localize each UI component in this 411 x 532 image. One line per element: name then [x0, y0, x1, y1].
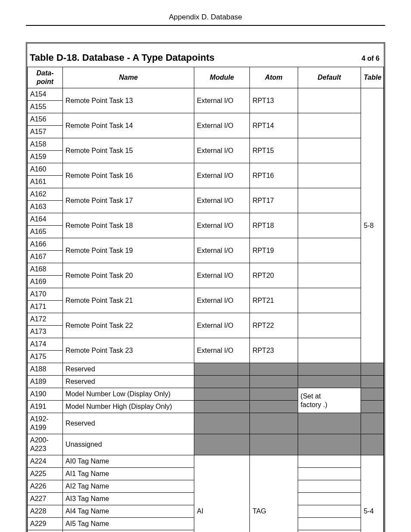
cell-default: [298, 363, 361, 376]
cell-datapoint: A226: [28, 480, 63, 493]
cell-name: AI2 Tag Name: [63, 480, 194, 493]
cell-name: Remote Point Task 17: [63, 188, 194, 213]
table-row: A188Reserved: [28, 363, 384, 376]
cell-table: [361, 388, 384, 401]
cell-name: Remote Point Task 18: [63, 213, 194, 238]
cell-atom: [250, 363, 298, 376]
cell-module: External I/O: [194, 188, 250, 213]
cell-default: [298, 163, 361, 188]
cell-name: Unassigned: [63, 434, 194, 455]
cell-module: [194, 413, 250, 434]
cell-datapoint: A189: [28, 376, 63, 388]
cell-module: External I/O: [194, 288, 250, 313]
cell-module: External I/O: [194, 238, 250, 263]
cell-datapoint: A161: [28, 176, 63, 188]
cell-name: Remote Point Task 15: [63, 138, 194, 163]
cell-name: Remote Point Task 14: [63, 113, 194, 138]
cell-datapoint: A190: [28, 388, 63, 401]
cell-name: Model Number Low (Display Only): [63, 388, 194, 401]
cell-atom: [250, 376, 298, 388]
cell-name: AI0 Tag Name: [63, 455, 194, 468]
cell-default: [298, 213, 361, 238]
cell-atom: RPT22: [250, 313, 298, 338]
cell-name: Model Number High (Display Only): [63, 401, 194, 413]
cell-default: [298, 530, 361, 532]
cell-table: [361, 401, 384, 413]
cell-datapoint: A175: [28, 351, 63, 363]
table-row: A224AI0 Tag NameAITAG5-4: [28, 455, 384, 468]
cell-atom: RPT21: [250, 288, 298, 313]
cell-default: [298, 138, 361, 163]
cell-table: [361, 434, 384, 455]
cell-module: [194, 388, 250, 401]
datapoints-table: Data-point Name Module Atom Default Tabl…: [27, 67, 384, 532]
cell-atom: RPT18: [250, 213, 298, 238]
cell-table: 5-4: [361, 455, 384, 532]
cell-default: [298, 288, 361, 313]
table-header-row: Data-point Name Module Atom Default Tabl…: [28, 67, 384, 88]
table-row: A190Model Number Low (Display Only)(Set …: [28, 388, 384, 401]
cell-datapoint: A172: [28, 313, 63, 326]
cell-datapoint: A200-A223: [28, 434, 63, 455]
cell-datapoint: A225: [28, 468, 63, 480]
cell-datapoint: A160: [28, 163, 63, 176]
cell-default: [298, 88, 361, 113]
cell-table: [361, 413, 384, 434]
cell-table: 5-8: [361, 88, 384, 363]
table-row: A168Remote Point Task 20External I/ORPT2…: [28, 263, 384, 276]
cell-module: External I/O: [194, 138, 250, 163]
cell-name: Remote Point Task 21: [63, 288, 194, 313]
cell-datapoint: A169: [28, 276, 63, 288]
cell-datapoint: A170: [28, 288, 63, 301]
cell-module: [194, 376, 250, 388]
table-row: A154Remote Point Task 13External I/ORPT1…: [28, 88, 384, 101]
cell-atom: RPT23: [250, 338, 298, 363]
cell-name: AI5 Tag Name: [63, 518, 194, 530]
cell-datapoint: A192-A199: [28, 413, 63, 434]
col-name: Name: [63, 67, 194, 88]
cell-name: AI6 Tag Name: [63, 530, 194, 532]
cell-default: [298, 263, 361, 288]
table-row: A156Remote Point Task 14External I/ORPT1…: [28, 113, 384, 126]
cell-module: [194, 434, 250, 455]
cell-default: [298, 480, 361, 493]
table-page-indicator: 4 of 6: [361, 55, 380, 62]
cell-datapoint: A159: [28, 151, 63, 163]
cell-name: Remote Point Task 23: [63, 338, 194, 363]
cell-module: External I/O: [194, 263, 250, 288]
table-row: A172Remote Point Task 22External I/ORPT2…: [28, 313, 384, 326]
cell-default: [298, 468, 361, 480]
cell-datapoint: A171: [28, 301, 63, 313]
cell-name: AI4 Tag Name: [63, 505, 194, 518]
cell-datapoint: A158: [28, 138, 63, 151]
cell-atom: RPT16: [250, 163, 298, 188]
cell-module: [194, 401, 250, 413]
table-frame: Table D-18. Database - A Type Datapoints…: [26, 42, 385, 532]
cell-default: [298, 376, 361, 388]
cell-datapoint: A154: [28, 88, 63, 101]
cell-datapoint: A230: [28, 530, 63, 532]
table-row: A192-A199Reserved: [28, 413, 384, 434]
cell-module: External I/O: [194, 88, 250, 113]
cell-default: (Set atfactory .): [298, 388, 361, 413]
cell-default: [298, 413, 361, 434]
cell-datapoint: A167: [28, 251, 63, 263]
cell-default: [298, 313, 361, 338]
cell-datapoint: A155: [28, 101, 63, 113]
cell-default: [298, 338, 361, 363]
col-atom: Atom: [250, 67, 298, 88]
cell-module: External I/O: [194, 213, 250, 238]
col-module: Module: [194, 67, 250, 88]
table-title: Table D-18. Database - A Type Datapoints: [30, 52, 215, 63]
table-row: A170Remote Point Task 21External I/ORPT2…: [28, 288, 384, 301]
cell-name: Remote Point Task 20: [63, 263, 194, 288]
table-row: A189Reserved: [28, 376, 384, 388]
cell-datapoint: A165: [28, 226, 63, 238]
cell-name: Remote Point Task 22: [63, 313, 194, 338]
table-row: A162Remote Point Task 17External I/ORPT1…: [28, 188, 384, 201]
cell-datapoint: A228: [28, 505, 63, 518]
cell-name: AI1 Tag Name: [63, 468, 194, 480]
cell-datapoint: A163: [28, 201, 63, 213]
cell-module: External I/O: [194, 113, 250, 138]
cell-atom: RPT13: [250, 88, 298, 113]
